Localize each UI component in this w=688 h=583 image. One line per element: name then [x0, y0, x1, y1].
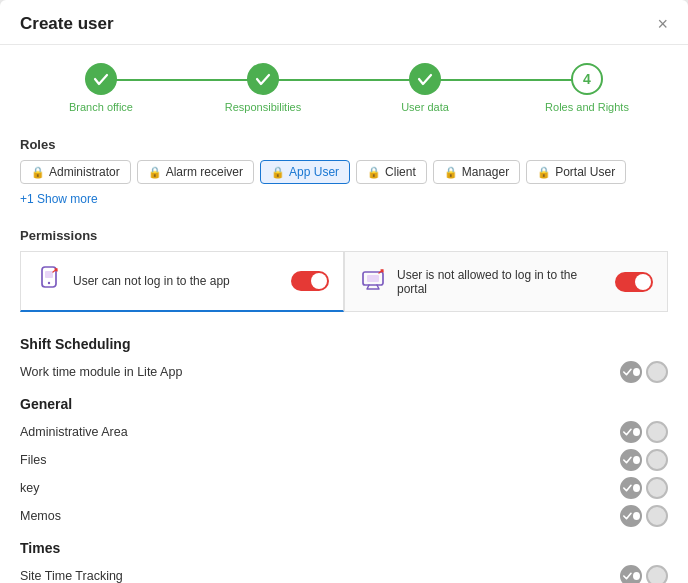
- close-icon[interactable]: ×: [657, 15, 668, 33]
- permissions-title: Permissions: [20, 228, 668, 243]
- radio-btn-off-memos[interactable]: [646, 505, 668, 527]
- step-label-4: Roles and Rights: [545, 101, 629, 113]
- role-label-administrator: Administrator: [49, 165, 120, 179]
- lock-icon-administrator: 🔒: [31, 166, 45, 179]
- role-label-manager: Manager: [462, 165, 509, 179]
- lock-icon-manager: 🔒: [444, 166, 458, 179]
- step-circle-4: 4: [571, 63, 603, 95]
- perm-label-key: key: [20, 481, 620, 495]
- radio-btn-on-files[interactable]: [620, 449, 642, 471]
- perm-row-key: key: [20, 474, 668, 502]
- group-title-times: Times: [20, 540, 668, 556]
- role-badge-app-user[interactable]: 🔒 App User: [260, 160, 350, 184]
- permissions-section: Permissions User can not log in to the a…: [20, 228, 668, 312]
- role-label-client: Client: [385, 165, 416, 179]
- radio-btn-off-admin-area[interactable]: [646, 421, 668, 443]
- permissions-tabs: User can not log in to the app User is n…: [20, 251, 668, 312]
- perm-label-admin-area: Administrative Area: [20, 425, 620, 439]
- role-badge-manager[interactable]: 🔒 Manager: [433, 160, 520, 184]
- radio-btn-off-files[interactable]: [646, 449, 668, 471]
- perm-row-files: Files: [20, 446, 668, 474]
- role-badge-administrator[interactable]: 🔒 Administrator: [20, 160, 131, 184]
- radio-group-key: [620, 477, 668, 499]
- svg-rect-4: [367, 275, 379, 282]
- lock-icon-portal-user: 🔒: [537, 166, 551, 179]
- radio-group-files: [620, 449, 668, 471]
- role-label-alarm-receiver: Alarm receiver: [166, 165, 243, 179]
- role-badge-portal-user[interactable]: 🔒 Portal User: [526, 160, 626, 184]
- modal-title: Create user: [20, 14, 114, 34]
- radio-group-work-time-lite: [620, 361, 668, 383]
- radio-btn-on-key[interactable]: [620, 477, 642, 499]
- step-user-data: User data: [344, 63, 506, 113]
- modal-body: Roles 🔒 Administrator 🔒 Alarm receiver 🔒…: [0, 123, 688, 583]
- svg-rect-2: [45, 271, 53, 278]
- step-label-2: Responsibilities: [225, 101, 301, 113]
- radio-btn-off-work-time-lite[interactable]: [646, 361, 668, 383]
- show-more-link[interactable]: +1 Show more: [20, 192, 98, 206]
- perm-tab-portal[interactable]: User is not allowed to log in to the por…: [344, 251, 668, 312]
- group-title-shift: Shift Scheduling: [20, 336, 668, 352]
- step-circle-3: [409, 63, 441, 95]
- perm-row-site-time: Site Time Tracking: [20, 562, 668, 583]
- step-circle-1: [85, 63, 117, 95]
- stepper: Branch office Responsibilities User data…: [0, 45, 688, 123]
- permissions-content: Shift Scheduling Work time module in Lit…: [20, 312, 668, 583]
- radio-btn-off-site-time[interactable]: [646, 565, 668, 583]
- role-badge-alarm-receiver[interactable]: 🔒 Alarm receiver: [137, 160, 254, 184]
- roles-title: Roles: [20, 137, 668, 152]
- perm-tab-app[interactable]: User can not log in to the app: [20, 251, 344, 312]
- svg-point-1: [48, 282, 50, 284]
- perm-row-work-time-lite: Work time module in Lite App: [20, 358, 668, 386]
- perm-row-memos: Memos: [20, 502, 668, 530]
- step-responsibilities: Responsibilities: [182, 63, 344, 113]
- perm-row-admin-area: Administrative Area: [20, 418, 668, 446]
- group-title-general: General: [20, 396, 668, 412]
- radio-btn-on-memos[interactable]: [620, 505, 642, 527]
- lock-icon-app-user: 🔒: [271, 166, 285, 179]
- radio-group-admin-area: [620, 421, 668, 443]
- modal-header: Create user ×: [0, 0, 688, 45]
- step-label-1: Branch office: [69, 101, 133, 113]
- perm-label-site-time: Site Time Tracking: [20, 569, 620, 583]
- step-circle-2: [247, 63, 279, 95]
- perm-label-memos: Memos: [20, 509, 620, 523]
- portal-permission-icon: [359, 265, 387, 299]
- radio-btn-on-site-time[interactable]: [620, 565, 642, 583]
- roles-row: 🔒 Administrator 🔒 Alarm receiver 🔒 App U…: [20, 160, 668, 184]
- role-badge-client[interactable]: 🔒 Client: [356, 160, 427, 184]
- role-label-app-user: App User: [289, 165, 339, 179]
- radio-btn-on-admin-area[interactable]: [620, 421, 642, 443]
- lock-icon-alarm-receiver: 🔒: [148, 166, 162, 179]
- app-permission-icon: [35, 264, 63, 298]
- perm-label-work-time-lite: Work time module in Lite App: [20, 365, 620, 379]
- step-branch-office: Branch office: [20, 63, 182, 113]
- create-user-modal: Create user × Branch office Responsibili…: [0, 0, 688, 583]
- perm-label-files: Files: [20, 453, 620, 467]
- perm-tab-portal-text: User is not allowed to log in to the por…: [397, 268, 605, 296]
- lock-icon-client: 🔒: [367, 166, 381, 179]
- perm-toggle-portal[interactable]: [615, 272, 653, 292]
- role-label-portal-user: Portal User: [555, 165, 615, 179]
- radio-group-site-time: [620, 565, 668, 583]
- perm-tab-app-text: User can not log in to the app: [73, 274, 281, 288]
- radio-btn-off-key[interactable]: [646, 477, 668, 499]
- step-label-3: User data: [401, 101, 449, 113]
- radio-group-memos: [620, 505, 668, 527]
- radio-btn-on-work-time-lite[interactable]: [620, 361, 642, 383]
- step-roles-rights: 4 Roles and Rights: [506, 63, 668, 113]
- perm-toggle-app[interactable]: [291, 271, 329, 291]
